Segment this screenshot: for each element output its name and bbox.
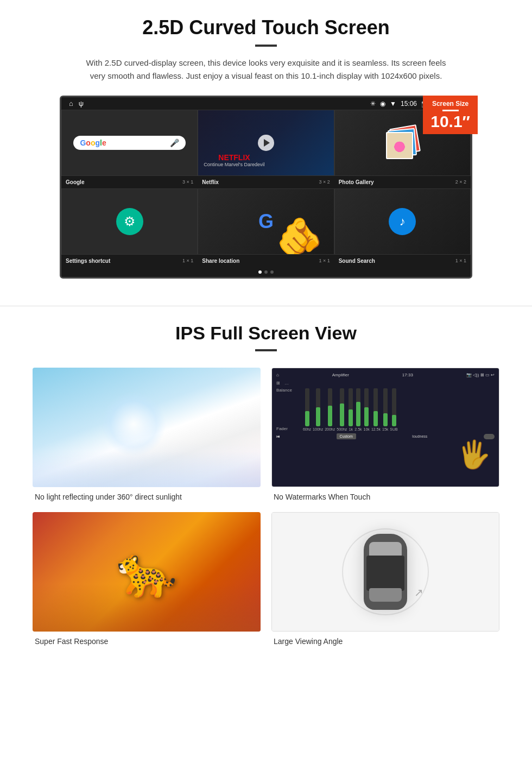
amp-bar-0: 60hz <box>303 388 311 431</box>
status-bar-left <box>69 99 84 108</box>
device-screen: ✳ ◉ ▼ 15:06 📷 ◁)) ⊠ ▭ Goo <box>60 96 472 279</box>
section1-title: 2.5D Curved Touch Screen <box>33 16 499 39</box>
feature-cheetah: 🐆 Super Fast Response <box>33 512 261 646</box>
amp-bar-track-2 <box>328 388 332 426</box>
amp-label-7: 12.5k <box>371 427 381 431</box>
location-label: Share location 1 × 1 <box>198 257 334 265</box>
wifi-icon: ▼ <box>390 100 396 108</box>
music-bg: ♪ <box>335 189 470 254</box>
amp-label-2: 200hz <box>325 427 335 431</box>
netflix-play-button[interactable] <box>258 135 274 151</box>
status-time: 15:06 <box>401 100 417 108</box>
maps-cell[interactable]: G 🫵 <box>198 188 334 255</box>
feature-sunlight: No light reflecting under 360° direct su… <box>33 368 261 501</box>
section-curved-screen: 2.5D Curved Touch Screen With 2.5D curve… <box>0 0 532 289</box>
settings-app-name: Settings shortcut <box>66 258 110 264</box>
screen-size-value: 10.1″ <box>430 113 470 130</box>
dot-1 <box>258 270 262 274</box>
amp-title: Amplifier <box>332 373 349 377</box>
app-labels-top: Google 3 × 1 Netflix 3 × 2 Photo Gallery… <box>61 176 471 188</box>
cheetah-caption: Super Fast Response <box>33 637 261 646</box>
status-bar: ✳ ◉ ▼ 15:06 📷 ◁)) ⊠ ▭ <box>61 97 471 110</box>
amp-label-1: 100hz <box>313 427 323 431</box>
amp-bar-fill-3 <box>340 403 344 426</box>
google-mic-icon: 🎤 <box>170 138 179 147</box>
amp-bar-fill-4 <box>349 409 353 427</box>
amp-bar-fill-7 <box>373 411 378 426</box>
car-angle-arrow: ↗ <box>414 586 423 599</box>
netflix-subtitle: Continue Marvel's Daredevil <box>204 162 264 167</box>
amp-eq-icon: ⊞ <box>276 381 280 386</box>
car-diagram: ↗ <box>364 534 407 610</box>
amp-wifi-icon: … <box>284 381 289 386</box>
sunlight-image <box>33 368 261 487</box>
amp-bar-6: 10k <box>364 388 370 431</box>
amp-bar-fill-2 <box>328 406 332 427</box>
music-icon: ♪ <box>389 208 416 235</box>
gallery-app-size: 2 × 2 <box>455 179 466 185</box>
car-top-view-shape <box>364 534 407 610</box>
netflix-bg: NETFLIX Continue Marvel's Daredevil <box>198 110 333 175</box>
sound-app-size: 1 × 1 <box>455 258 466 264</box>
amp-home-icon: ⌂ <box>276 373 279 377</box>
netflix-logo-text: NETFLIX Continue Marvel's Daredevil <box>204 153 264 167</box>
settings-app-size: 1 × 1 <box>182 258 193 264</box>
amp-loudness-label: loudness <box>412 434 427 438</box>
settings-cell[interactable]: ⚙ <box>61 188 198 255</box>
amplifier-visual: ⌂ Amplifier 17:33 📷 ◁)) ⊠ ▭ ↩ ⊞ … Balanc… <box>272 368 499 487</box>
feature-car: ↗ Large Viewing Angle <box>271 512 499 646</box>
amp-header: ⌂ Amplifier 17:33 📷 ◁)) ⊠ ▭ ↩ <box>276 373 495 377</box>
amp-custom-button[interactable]: Custom <box>337 433 356 439</box>
amp-bar-track-4 <box>349 388 353 426</box>
car-roof <box>366 556 404 591</box>
netflix-app-cell[interactable]: NETFLIX Continue Marvel's Daredevil <box>198 110 334 176</box>
amp-bar-track-9 <box>392 388 396 426</box>
amp-bar-fill-8 <box>383 413 388 427</box>
amp-bar-track-5 <box>356 388 360 426</box>
gallery-label: Photo Gallery 2 × 2 <box>334 178 471 186</box>
photo-stack <box>386 127 419 159</box>
amp-bar-2: 200hz <box>325 388 335 431</box>
title-underline <box>255 45 277 47</box>
netflix-app-name: Netflix <box>202 179 219 185</box>
amp-bar-fill-0 <box>305 411 309 426</box>
amplifier-image: ⌂ Amplifier 17:33 📷 ◁)) ⊠ ▭ ↩ ⊞ … Balanc… <box>271 368 499 487</box>
amp-bar-track-7 <box>373 388 378 426</box>
amp-controls: ⊞ … <box>276 381 495 386</box>
feature-watermarks: ⌂ Amplifier 17:33 📷 ◁)) ⊠ ▭ ↩ ⊞ … Balanc… <box>271 368 499 501</box>
amp-bar-fill-5 <box>356 402 360 427</box>
amp-bar-9: SUB <box>390 388 397 431</box>
google-app-cell[interactable]: Google 🎤 <box>61 110 198 176</box>
sunlight-caption: No light reflecting under 360° direct su… <box>33 493 261 501</box>
netflix-label: Netflix 3 × 2 <box>198 178 334 186</box>
amp-loudness-toggle[interactable] <box>484 434 495 439</box>
sound-search-cell[interactable]: ♪ <box>334 188 471 255</box>
bluetooth-icon: ✳ <box>370 100 376 108</box>
maps-bg: G <box>198 189 333 254</box>
amp-icons: 📷 ◁)) ⊠ ▭ ↩ <box>466 373 495 377</box>
netflix-app-size: 3 × 2 <box>319 179 330 185</box>
amp-bar-8: 15k <box>382 388 388 431</box>
dot-2 <box>264 270 268 274</box>
cheetah-visual: 🐆 <box>33 512 261 632</box>
settings-icon: ⚙ <box>116 208 143 235</box>
cheetah-ground <box>33 584 261 632</box>
amp-label-8: 15k <box>382 427 388 431</box>
home-icon <box>69 99 73 108</box>
amp-bar-track-0 <box>305 388 309 426</box>
amp-prev-icon: ⏮ <box>276 434 280 438</box>
usb-icon <box>79 99 84 108</box>
app-grid-bottom: ⚙ G 🫵 ♪ <box>61 188 471 255</box>
screen-size-badge: Screen Size 10.1″ <box>423 96 478 134</box>
amp-bar-fill-6 <box>364 407 369 426</box>
google-logo: Google <box>80 138 106 147</box>
amp-label-3: 500hz <box>337 427 347 431</box>
sound-app-name: Sound Search <box>339 258 375 264</box>
app-grid-top: Google 🎤 NETFLIX Continue Marvel's Dared… <box>61 110 471 176</box>
amp-label-9: SUB <box>390 427 397 431</box>
amp-bar-track-6 <box>364 388 369 426</box>
car-caption: Large Viewing Angle <box>271 637 499 646</box>
amp-sidebar-bars: Balance Fader 60hz <box>276 388 495 431</box>
google-app-size: 3 × 1 <box>182 179 193 185</box>
amp-bar-fill-9 <box>392 415 396 426</box>
